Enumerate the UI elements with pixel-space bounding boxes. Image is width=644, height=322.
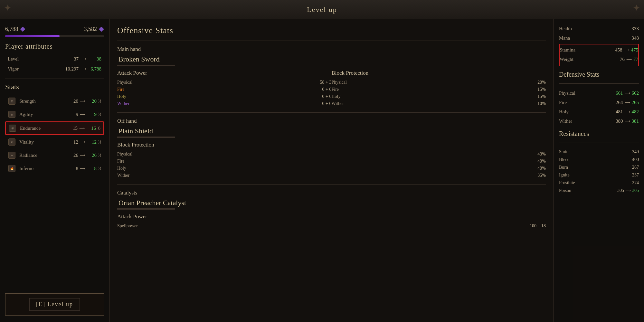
stat-inc-agility[interactable]: ⟩⟩ bbox=[98, 112, 101, 117]
currency-value-left: 6,788 bbox=[5, 26, 18, 33]
oh-fire-value: 40% bbox=[526, 159, 546, 164]
attr-arrow-vigor: ⟶ bbox=[80, 67, 87, 72]
stat-label-agility: Agility bbox=[19, 112, 69, 117]
oh-fire-label: Fire bbox=[117, 159, 526, 164]
sep-right-2 bbox=[559, 143, 639, 143]
player-attributes-title: Player attributes bbox=[5, 43, 104, 50]
bp-holy-row: Holy 15% bbox=[332, 93, 546, 100]
def-wither-value: 380 bbox=[616, 118, 623, 124]
stat-inc-radiance[interactable]: ⟩⟩ bbox=[98, 153, 101, 158]
stat-label-inferno: Inferno bbox=[19, 166, 69, 171]
res-burn-row: Burn 267 bbox=[559, 164, 639, 171]
def-fire-label: Fire bbox=[559, 100, 616, 105]
corner-decor-tl: ✦ bbox=[4, 3, 11, 13]
currency-left: 6,788 bbox=[5, 26, 25, 33]
ap-fire-label: Fire bbox=[117, 87, 306, 92]
stats-title: Stats bbox=[5, 83, 104, 91]
def-physical-new: 662 bbox=[632, 90, 639, 96]
center-panel: Offensive Stats Main hand Broken Sword A… bbox=[109, 19, 554, 322]
bp-wither-label: Wither bbox=[332, 101, 527, 106]
stat-value-inferno: 8 bbox=[69, 166, 78, 171]
res-smite-row: Smite 349 bbox=[559, 148, 639, 156]
block-protection-col: Block Protection Physical 20% Fire 15% H… bbox=[332, 70, 546, 107]
stat-inc-inferno[interactable]: ⟩⟩ bbox=[98, 166, 101, 171]
stat-new-agility: 9 bbox=[87, 112, 97, 117]
off-hand-block-title: Block Protection bbox=[117, 142, 546, 148]
off-hand-weapon-bar bbox=[117, 137, 175, 138]
catalyst-weapon-bar bbox=[117, 208, 175, 210]
mana-row: Mana 348 bbox=[559, 34, 639, 43]
attr-row-level: Level 37 ⟶ 38 bbox=[5, 55, 104, 63]
stat-row-radiance: ✦ Radiance 26 ⟶ 26 ⟩⟩ bbox=[5, 149, 104, 161]
def-wither-row: Wither 380 ⟶ 381 bbox=[559, 117, 639, 126]
right-panel: Health 333 Mana 348 Stamina 458 ⟶ 475 We… bbox=[554, 19, 644, 322]
def-wither-new: 381 bbox=[632, 118, 639, 124]
attr-label-level: Level bbox=[8, 56, 62, 62]
page-title: Level up bbox=[307, 5, 337, 14]
catalyst-weapon: Orian Preacher Catalyst bbox=[117, 199, 546, 207]
mana-value: 348 bbox=[632, 35, 639, 41]
res-burn-value: 267 bbox=[632, 165, 639, 170]
weight-label: Weight bbox=[560, 57, 620, 62]
gem-icon-right bbox=[99, 27, 104, 32]
def-holy-label: Holy bbox=[559, 109, 616, 115]
ap-wither-value: 0 + 0 bbox=[306, 101, 332, 106]
oh-wither-label: Wither bbox=[117, 173, 526, 178]
stat-arrow-radiance: ⟶ bbox=[80, 153, 85, 158]
res-poison-row: Poison 305 ⟶ 305 bbox=[559, 187, 639, 194]
def-fire-new: 265 bbox=[632, 100, 639, 105]
def-wither-label: Wither bbox=[559, 118, 616, 124]
stat-arrow-vitality: ⟶ bbox=[80, 140, 85, 145]
ap-wither-label: Wither bbox=[117, 101, 306, 106]
ap-fire-value: 0 + 0 bbox=[306, 87, 332, 92]
res-bleed-value: 400 bbox=[632, 157, 639, 162]
def-holy-arrow: ⟶ bbox=[625, 109, 630, 114]
health-label: Health bbox=[559, 26, 632, 32]
stat-inc-endurance[interactable]: ⟩⟩ bbox=[98, 126, 101, 131]
stamina-row: Stamina 458 ⟶ 475 bbox=[560, 46, 638, 54]
attr-value-vigor: 10,297 bbox=[62, 66, 79, 72]
vitality-icon: ♥ bbox=[8, 138, 16, 146]
stat-inc-strength[interactable]: ⟩⟩ bbox=[98, 99, 101, 104]
bp-fire-label: Fire bbox=[332, 87, 527, 92]
res-bleed-row: Bleed 400 bbox=[559, 156, 639, 164]
sep-3 bbox=[117, 184, 546, 185]
oh-physical-value: 43% bbox=[526, 152, 546, 157]
block-protection-title: Block Protection bbox=[332, 70, 546, 76]
stat-arrow-inferno: ⟶ bbox=[80, 166, 85, 171]
stat-value-strength: 20 bbox=[69, 99, 78, 104]
stamina-label: Stamina bbox=[560, 47, 615, 53]
res-ignite-row: Ignite 237 bbox=[559, 171, 639, 179]
res-frostbite-row: Frostbite 274 bbox=[559, 179, 639, 187]
bp-holy-value: 15% bbox=[526, 94, 546, 99]
top-bar: ✦ Level up ✦ bbox=[0, 0, 644, 19]
catalyst-ap-title: Attack Power bbox=[117, 213, 546, 220]
divider-1 bbox=[5, 79, 104, 79]
stat-value-agility: 9 bbox=[69, 112, 78, 117]
stat-new-inferno: 8 bbox=[87, 166, 97, 171]
stat-arrow-endurance: ⟶ bbox=[79, 126, 85, 131]
ap-physical-value: 58 + 3 bbox=[306, 80, 332, 85]
bp-wither-value: 10% bbox=[526, 101, 546, 106]
res-poison-arrow: ⟶ bbox=[625, 188, 631, 193]
mana-label: Mana bbox=[559, 35, 632, 41]
health-row: Health 333 bbox=[559, 24, 639, 33]
res-ignite-value: 237 bbox=[632, 173, 639, 178]
gem-icon-left bbox=[20, 27, 25, 32]
ap-holy-label: Holy bbox=[117, 94, 306, 99]
stat-inc-vitality[interactable]: ⟩⟩ bbox=[98, 140, 101, 145]
level-up-button[interactable]: [E] Level up bbox=[5, 293, 104, 316]
bp-fire-value: 15% bbox=[526, 87, 546, 92]
ap-fire-row: Fire 0 + 0 bbox=[117, 86, 332, 93]
weight-new: 77 bbox=[633, 57, 638, 62]
attr-arrow-level: ⟶ bbox=[80, 57, 87, 62]
off-hand-weapon: Plain Shield bbox=[117, 127, 546, 135]
resistances-title: Resistances bbox=[559, 130, 639, 137]
attack-power-col: Attack Power Physical 58 + 3 Fire 0 + 0 … bbox=[117, 70, 332, 107]
offensive-stats-title: Offensive Stats bbox=[117, 26, 546, 35]
corner-decor-tr: ✦ bbox=[633, 3, 640, 13]
attr-new-vigor: 6,788 bbox=[89, 66, 101, 72]
sep-1 bbox=[117, 41, 546, 41]
def-physical-row: Physical 661 ⟶ 662 bbox=[559, 89, 639, 98]
catalyst-stats: Attack Power Spellpower 100 + 18 bbox=[117, 213, 546, 230]
